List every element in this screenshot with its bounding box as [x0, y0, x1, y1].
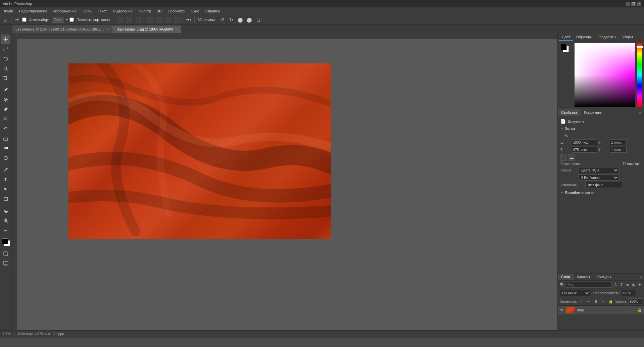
- tab-2-close[interactable]: ✕: [175, 28, 178, 31]
- tab-patterns[interactable]: Узоры: [620, 34, 635, 41]
- canvas-landscape-btn[interactable]: ▬: [568, 154, 575, 161]
- close-button[interactable]: ✕: [637, 2, 641, 6]
- menu-edit[interactable]: Редактирование: [16, 8, 50, 14]
- align-btn-6[interactable]: ⬛: [164, 16, 172, 24]
- blend-mode-select[interactable]: Обычные: [560, 290, 590, 296]
- color-cursor[interactable]: [631, 48, 634, 51]
- color-selector[interactable]: [1, 237, 10, 247]
- tab-1-close[interactable]: ✕: [106, 28, 109, 31]
- eraser-tool[interactable]: [1, 134, 10, 143]
- threed-btn-5[interactable]: ◻: [254, 16, 262, 24]
- menu-text[interactable]: Текст: [95, 8, 110, 14]
- layers-search-input[interactable]: [566, 282, 612, 288]
- type-tool[interactable]: T: [1, 175, 10, 184]
- lock-artboard-btn[interactable]: ⊕: [593, 298, 599, 304]
- align-btn-2[interactable]: ⬛: [125, 16, 133, 24]
- canvas-document[interactable]: [68, 63, 331, 239]
- quick-select-tool[interactable]: [1, 64, 10, 73]
- home-button[interactable]: ⌂: [1, 16, 9, 24]
- hue-slider[interactable]: [637, 43, 642, 107]
- menu-filter[interactable]: Фильтр: [136, 8, 154, 14]
- menu-window[interactable]: Окно: [188, 8, 202, 14]
- hand-tool[interactable]: [1, 206, 10, 215]
- grid-section-header[interactable]: ▼ Линейки и сетки: [560, 189, 641, 196]
- menu-layers[interactable]: Слои: [80, 8, 94, 14]
- align-btn-4[interactable]: ⬛: [146, 16, 154, 24]
- document-tab-1[interactable]: Без имени-1 @ 25% (d2afd0721b5d0ea46f84c…: [12, 26, 112, 33]
- canvas-section-header[interactable]: ▼ Холст: [560, 125, 641, 132]
- tab-paths[interactable]: Контуры: [593, 274, 614, 280]
- layer-shape-filter[interactable]: ■: [625, 282, 630, 288]
- gradient-tool[interactable]: [1, 144, 10, 153]
- layers-panel-close[interactable]: ≡: [638, 274, 644, 280]
- eyedropper-tool[interactable]: [1, 85, 10, 95]
- lock-position-btn[interactable]: ✏: [586, 298, 592, 304]
- restore-button[interactable]: ❐: [631, 2, 636, 6]
- tab-channels[interactable]: Каналы: [574, 274, 593, 280]
- brush-tool[interactable]: [1, 105, 10, 114]
- zoom-tool[interactable]: [1, 216, 10, 225]
- show-transform-checkbox[interactable]: [69, 17, 74, 22]
- layer-item-background[interactable]: 👁 Фон 🔒: [558, 306, 644, 315]
- menu-help[interactable]: Справка: [203, 8, 222, 14]
- shape-tool[interactable]: [1, 194, 10, 204]
- clone-tool[interactable]: [1, 114, 10, 124]
- gradient-saturation-brightness[interactable]: [575, 43, 635, 107]
- lock-all-btn[interactable]: →: [600, 298, 606, 304]
- bit-depth-select[interactable]: 8 Бит/канал: [579, 175, 619, 181]
- move-tool[interactable]: [1, 35, 10, 44]
- pen-tool[interactable]: [1, 165, 10, 175]
- lock-full-btn[interactable]: 🔒: [608, 298, 614, 304]
- align-btn-5[interactable]: ⬛: [155, 16, 163, 24]
- menu-select[interactable]: Выделение: [110, 8, 135, 14]
- properties-panel-close[interactable]: ≡: [637, 109, 644, 116]
- layer-text-filter[interactable]: T: [619, 282, 624, 288]
- auto-select-chevron[interactable]: ▼: [65, 18, 68, 21]
- auto-select-checkbox[interactable]: [22, 17, 27, 22]
- threed-btn-3[interactable]: ⬤: [236, 16, 244, 24]
- extra-tools-button[interactable]: •••: [1, 226, 10, 235]
- x-input[interactable]: [610, 139, 627, 145]
- tab-gradients[interactable]: Градиенты: [595, 34, 619, 41]
- selection-tool[interactable]: [1, 44, 10, 54]
- color-mode-select[interactable]: Цвета RGB: [579, 167, 619, 173]
- hue-cursor[interactable]: [637, 46, 643, 48]
- align-btn-3[interactable]: ⬛: [134, 16, 142, 24]
- menu-view[interactable]: Просмотр: [165, 8, 187, 14]
- menu-3d[interactable]: 3D: [154, 8, 164, 14]
- document-tab-2[interactable]: Тkan-Tempo_5.jpg @ 100% (RGB/8#) ✕: [112, 26, 181, 33]
- layer-smart-filter[interactable]: ◉: [631, 282, 636, 288]
- menu-image[interactable]: Изображение: [51, 8, 79, 14]
- width-input[interactable]: [572, 139, 597, 145]
- history-brush-tool[interactable]: [1, 124, 10, 134]
- more-options-button[interactable]: •••: [185, 16, 193, 24]
- tab-properties[interactable]: Свойства: [558, 109, 581, 116]
- link-icon[interactable]: [563, 133, 569, 139]
- path-selection-tool[interactable]: [1, 185, 10, 194]
- threed-btn-4[interactable]: ⬤: [245, 16, 253, 24]
- quick-mask-button[interactable]: [1, 249, 10, 258]
- tab-corrections[interactable]: Коррекция: [581, 109, 605, 116]
- crop-tool[interactable]: [1, 73, 10, 83]
- opacity-input[interactable]: [622, 290, 636, 296]
- screen-mode-button[interactable]: [1, 259, 10, 268]
- foreground-color-picker[interactable]: [561, 44, 567, 50]
- align-btn-7[interactable]: ⬛: [173, 16, 181, 24]
- threed-btn-1[interactable]: ↺: [218, 16, 226, 24]
- auto-select-value[interactable]: Слой: [52, 17, 64, 23]
- lasso-tool[interactable]: [1, 54, 10, 63]
- dodge-tool[interactable]: [1, 153, 10, 163]
- layer-effect-filter[interactable]: ★: [637, 282, 642, 288]
- align-btn-1[interactable]: ⬛: [116, 16, 124, 24]
- fill-input[interactable]: [585, 182, 622, 188]
- fill-percent-input[interactable]: [629, 298, 642, 304]
- color-spectrum[interactable]: [575, 43, 635, 107]
- height-input[interactable]: [572, 147, 597, 153]
- layer-type-filter[interactable]: A: [613, 282, 618, 288]
- layer-visibility-icon[interactable]: 👁: [560, 308, 564, 312]
- foreground-color-swatch[interactable]: [2, 238, 8, 244]
- move-tool-options[interactable]: ✛: [13, 16, 21, 24]
- tab-color[interactable]: Цвет: [559, 34, 573, 41]
- spot-heal-tool[interactable]: [1, 95, 10, 104]
- y-input[interactable]: [610, 147, 627, 153]
